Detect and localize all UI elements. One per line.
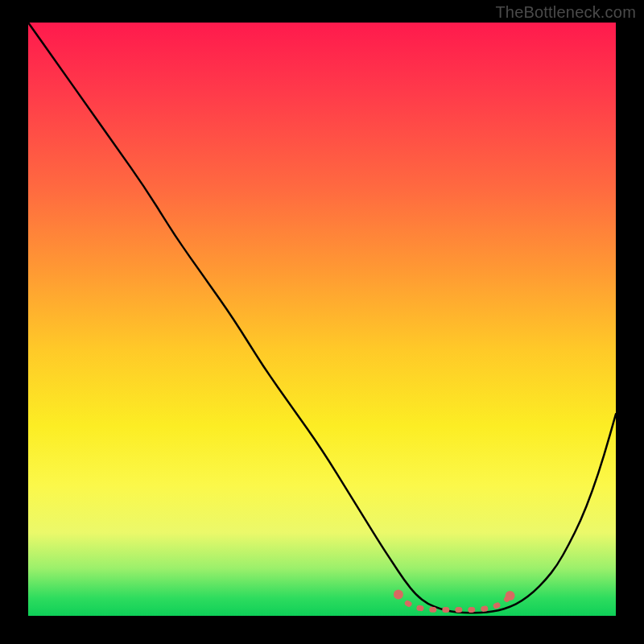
chart-plot-area (28, 23, 616, 616)
optimum-band-line (398, 595, 510, 610)
curve-line (28, 23, 616, 613)
optimum-end-dot (394, 590, 403, 600)
chart-svg (28, 23, 616, 616)
watermark-label: TheBottleneck.com (495, 3, 636, 22)
optimum-end-dot (506, 591, 515, 601)
optimum-markers (394, 590, 515, 610)
chart-stage: TheBottleneck.com (0, 0, 644, 644)
